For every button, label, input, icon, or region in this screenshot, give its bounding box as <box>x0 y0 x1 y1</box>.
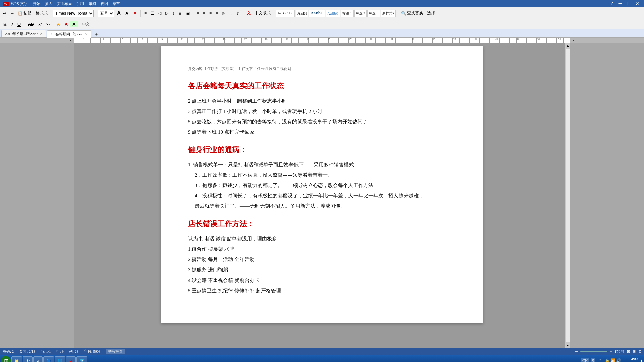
taskbar-item-browser[interactable]: 🌐 <box>55 356 65 362</box>
minimize-btn[interactable]: ─ <box>616 1 624 7</box>
menu-tab-layout[interactable]: 页面布局 <box>57 1 72 6</box>
help-btn[interactable]: ? <box>609 1 615 7</box>
sort-btn[interactable]: ↕ <box>171 10 176 17</box>
highlight-btn[interactable]: A <box>55 21 62 27</box>
scroll-down-btn[interactable]: ▼ <box>565 343 570 348</box>
taskbar-item-eye[interactable]: 👁 <box>23 356 33 362</box>
view-icon2[interactable]: ⊞ <box>633 349 636 354</box>
style-label2[interactable]: 标题 2 <box>354 10 367 17</box>
tab-doc2[interactable]: 15 会籍顾问...刘.doc ✕ <box>47 30 91 38</box>
bg-color-btn[interactable]: A <box>70 21 77 27</box>
zhongwen-style[interactable]: 中文 <box>81 22 91 27</box>
menu-tab-insert[interactable]: 插入 <box>45 1 52 6</box>
redo-btn[interactable]: ↪ <box>9 10 15 17</box>
status-spell[interactable]: 拼写检查 <box>106 349 125 354</box>
doc-item-4[interactable]: 4．没积极性：时间长了，有积极性的都磨没了，业绩一年比一年差，人一年比一年次，招… <box>188 191 456 200</box>
numbered-list-btn[interactable]: ≡ <box>143 10 148 17</box>
zoom-out-btn[interactable]: ─ <box>575 349 578 353</box>
cjk-format-btn[interactable]: 文 <box>245 9 252 17</box>
tray-icon-2[interactable]: 📶 <box>610 358 615 362</box>
subscript-btn[interactable]: x₂ <box>44 21 52 27</box>
scroll-up-btn[interactable]: ▲ <box>565 43 570 48</box>
taskbar-question-icon[interactable]: ? <box>597 357 603 362</box>
doc-para-b6[interactable]: 5.重点搞卫生 抓纪律 修修补补 超严格管理 <box>188 286 456 295</box>
doc-para-b5[interactable]: 4.没会籍 不重视会籍 就前台办卡 <box>188 276 456 285</box>
taskbar-item-folder[interactable]: 📁 <box>11 356 22 362</box>
align-center-btn[interactable]: ≡ <box>201 10 207 17</box>
view-icon3[interactable]: ⊠ <box>638 349 641 354</box>
doc-item-4b[interactable]: 最后就等着关门了。——无时无刻不招人。多用新方法，养成习惯。 <box>188 202 456 211</box>
font-increase-btn[interactable]: A <box>115 10 123 17</box>
bold-btn[interactable]: B <box>1 21 9 28</box>
doc-para-b3[interactable]: 2.搞活动 每月一活动 全年活动 <box>188 255 456 264</box>
doc-para-1[interactable]: 2 点上班开会半小时 调整到工作状态半小时 <box>188 97 456 106</box>
wenzishu-btn[interactable]: 中文版式 <box>253 9 272 17</box>
taskbar-cn-icon[interactable]: CK <box>581 358 589 362</box>
strikethrough-btn[interactable]: AB <box>26 21 36 27</box>
taskbar-s-icon[interactable]: S <box>591 358 596 362</box>
show-desktop-btn[interactable]: ▮ <box>639 359 643 362</box>
font-name-select[interactable]: Times New Roma <box>53 10 94 17</box>
style-heading1[interactable]: AaBbC <box>309 10 325 17</box>
scrollbar-vertical[interactable]: ▲ ▼ <box>565 43 570 348</box>
decrease-indent-btn[interactable]: ◁ <box>157 10 163 17</box>
border-btn[interactable]: ⊞ <box>177 10 183 17</box>
increase-indent-btn[interactable]: ▷ <box>164 10 170 17</box>
style-heading2[interactable]: AaBbC <box>326 10 340 17</box>
bullet-list-btn[interactable]: ☰ <box>149 10 156 17</box>
undo-btn[interactable]: ↩ <box>1 10 8 17</box>
para-spacing-btn[interactable]: ⇕ <box>234 10 241 17</box>
align-left-btn[interactable]: ≡ <box>195 10 201 17</box>
superscript-btn[interactable]: x² <box>36 22 44 27</box>
columns-btn[interactable]: ⫸ <box>220 10 228 17</box>
close-btn[interactable]: ✕ <box>633 1 641 7</box>
menu-tab-section[interactable]: 章节 <box>113 1 120 6</box>
style-title[interactable]: AaBl <box>296 10 308 17</box>
doc-item-1[interactable]: 1. 销售模式单一：只是打电话和派单子而且效率低下——采用多种销售模式 <box>188 160 456 169</box>
tray-icon-1[interactable]: 🔒 <box>605 358 610 362</box>
style-label3[interactable]: 标题 3 <box>367 10 380 17</box>
tray-icon-3[interactable]: 🔊 <box>616 358 621 362</box>
start-button[interactable]: ⊞ <box>1 356 11 362</box>
doc-para-2[interactable]: 3 点真正工作打 1 小时电话，发一小时单，或者玩手机 2 小时 <box>188 107 456 116</box>
font-decrease-btn[interactable]: A <box>123 10 130 16</box>
style-new[interactable]: 新样式▾ <box>381 10 396 17</box>
doc-item-2[interactable]: 2．工作效率低：工作不认真，没人监督------领导看着带着干。 <box>188 171 456 180</box>
document-area[interactable]: 并交内容 主任职务（实际差） 主任次下 主任分组 没有目视化划 各店会籍每天真实… <box>74 43 570 348</box>
menu-tab-open[interactable]: 开始 <box>33 1 40 6</box>
menu-tab-reference[interactable]: 引用 <box>76 1 84 6</box>
underline-btn[interactable]: U <box>15 21 23 28</box>
restore-btn[interactable]: □ <box>625 1 632 7</box>
format-paint-btn[interactable]: 格式式 <box>34 9 49 17</box>
select-btn[interactable]: 选择 <box>425 9 437 17</box>
menu-tab-view[interactable]: 视图 <box>101 1 108 6</box>
doc-item-3[interactable]: 3．抱怨多：赚钱少，有能力的都走了。——领导树立心态，教会每个人工作方法 <box>188 181 456 190</box>
taskbar-item-360[interactable]: 🔵 <box>43 356 54 362</box>
menu-tab-review[interactable]: 审阅 <box>89 1 96 6</box>
scroll-thumb[interactable] <box>566 49 570 342</box>
doc-para-b4[interactable]: 3.抓服务 进门鞠躬 <box>188 265 456 275</box>
scroll-right-indicator[interactable]: ▸ <box>573 38 574 42</box>
align-justify-btn[interactable]: ≡ <box>214 10 220 17</box>
style-label1[interactable]: 标题 1 <box>341 10 354 17</box>
tab-doc1-close[interactable]: ✕ <box>40 32 43 36</box>
zoom-slider[interactable] <box>580 351 607 352</box>
italic-btn[interactable]: I <box>9 21 15 28</box>
font-color-btn[interactable]: A <box>63 21 70 27</box>
taskbar-item-wps[interactable]: W <box>33 356 43 362</box>
view-icon1[interactable]: ⊟ <box>627 349 630 354</box>
tab-doc1[interactable]: 2015年初培...殷2.doc ✕ <box>1 30 46 37</box>
taskbar-item-wps2[interactable]: W <box>66 356 76 362</box>
zoom-in-btn[interactable]: + <box>610 349 612 353</box>
shading-btn[interactable]: ▣ <box>184 10 191 17</box>
font-size-select[interactable]: 五号 <box>98 10 114 17</box>
style-normal[interactable]: AaBbCcDc <box>276 10 295 17</box>
clear-format-btn[interactable]: ✕ <box>131 10 139 16</box>
tab-doc2-close[interactable]: ✕ <box>85 32 88 36</box>
clock[interactable]: 4:00 2015/3/24 <box>623 357 638 362</box>
line-spacing-btn[interactable]: ↕ <box>228 10 234 17</box>
align-right-btn[interactable]: ≡ <box>208 10 213 17</box>
doc-para-b2[interactable]: 1.谈合作 摆展架 水牌 <box>188 245 456 254</box>
taskbar-item-app[interactable]: 🐬 <box>76 356 87 362</box>
find-replace-btn[interactable]: 🔍 查找替换 <box>399 9 425 17</box>
